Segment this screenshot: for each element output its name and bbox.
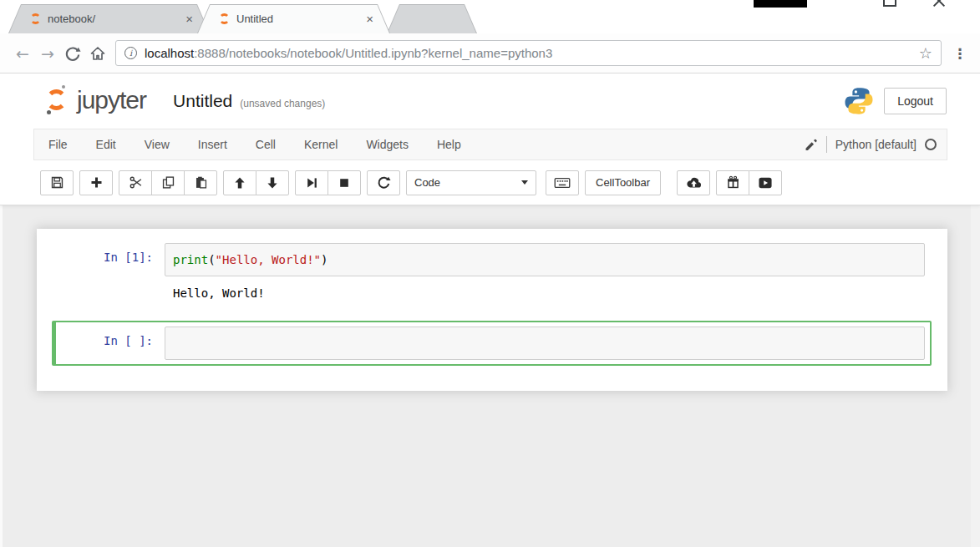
output-prompt <box>56 276 165 303</box>
back-icon[interactable]: ← <box>10 41 35 66</box>
menu-file[interactable]: File <box>34 129 82 160</box>
code-cell-2-selected[interactable]: In [ ]: <box>52 321 932 366</box>
python-logo-icon <box>844 86 874 116</box>
reload-icon[interactable] <box>60 41 85 66</box>
cell-output: Hello, World! <box>165 276 925 303</box>
url-host: localhost <box>145 46 194 60</box>
menu-kernel[interactable]: Kernel <box>290 129 352 160</box>
code-keyword: print <box>173 253 208 266</box>
code-paren: ) <box>321 253 328 266</box>
code-paren: ( <box>208 253 215 266</box>
celltoolbar-button[interactable]: CellToolbar <box>585 170 661 195</box>
menu-cell[interactable]: Cell <box>241 129 290 160</box>
save-button[interactable] <box>40 170 74 195</box>
code-input-1[interactable]: print("Hello, World!") <box>165 243 925 276</box>
autosave-status: (unsaved changes) <box>240 93 325 109</box>
browser-menu-icon[interactable]: ⋮ <box>950 45 970 62</box>
cut-cell-button[interactable] <box>119 170 152 195</box>
jupyter-favicon <box>30 13 41 24</box>
copy-cell-button[interactable] <box>151 170 185 195</box>
input-prompt: In [1]: <box>56 243 165 264</box>
home-icon[interactable] <box>85 41 110 66</box>
kernel-status-icon <box>925 139 937 150</box>
move-cell-up-button[interactable] <box>223 170 256 195</box>
tab-close-icon[interactable]: × <box>366 13 373 25</box>
edit-mode-pencil-icon <box>804 138 818 152</box>
scrollbar[interactable] <box>971 205 980 552</box>
address-bar[interactable]: i localhost:8888/notebooks/notebook/Unti… <box>115 40 942 66</box>
forward-icon[interactable]: → <box>35 41 60 66</box>
interrupt-kernel-button[interactable] <box>328 170 361 195</box>
notebook-container: In [1]: print("Hello, World!") Hello, Wo… <box>37 229 947 391</box>
chevron-down-icon <box>521 180 528 185</box>
url-text[interactable]: localhost:8888/notebooks/notebook/Untitl… <box>145 46 912 60</box>
browser-toolbar: ← → i localhost:8888/notebooks/notebook/… <box>0 33 980 73</box>
notebook-menubar: File Edit View Insert Cell Kernel Widget… <box>33 129 947 160</box>
window-maximize-icon[interactable] <box>883 0 896 7</box>
run-cell-button[interactable] <box>295 170 328 195</box>
browser-window: notebook/ × Untitled × ← → <box>0 0 980 552</box>
menu-widgets[interactable]: Widgets <box>352 129 423 160</box>
jupyter-logo-text: jupyter <box>77 88 146 114</box>
notebook-title[interactable]: Untitled <box>173 91 232 111</box>
input-prompt: In [ ]: <box>56 327 165 347</box>
paste-cell-button[interactable] <box>184 170 217 195</box>
cell-type-value: Code <box>414 176 521 189</box>
add-cell-button[interactable] <box>79 170 113 195</box>
code-string: "Hello, World!" <box>216 253 321 266</box>
jupyter-favicon <box>219 13 230 24</box>
cell-type-select[interactable]: Code <box>406 170 536 195</box>
tab-title: Untitled <box>236 13 359 25</box>
restart-kernel-button[interactable] <box>367 170 400 195</box>
menu-help[interactable]: Help <box>423 129 475 160</box>
jupyter-logo[interactable]: jupyter <box>46 88 146 114</box>
tab-title: notebook/ <box>48 13 179 25</box>
code-input-2[interactable] <box>165 327 925 360</box>
play-video-button[interactable] <box>749 170 782 195</box>
logout-button[interactable]: Logout <box>884 88 947 114</box>
page-info-icon[interactable]: i <box>124 47 137 59</box>
cloud-upload-button[interactable] <box>677 170 710 195</box>
browser-tab-untitled[interactable]: Untitled × <box>197 4 390 33</box>
move-cell-down-button[interactable] <box>256 170 289 195</box>
gift-button[interactable] <box>716 170 749 195</box>
code-cell-1[interactable]: In [1]: print("Hello, World!") Hello, Wo… <box>52 237 932 309</box>
titlebar-black-bar <box>754 0 807 8</box>
new-tab-button[interactable] <box>387 4 477 33</box>
menu-view[interactable]: View <box>130 129 184 160</box>
browser-tab-notebook[interactable]: notebook/ × <box>8 4 210 33</box>
url-path: :8888/notebooks/notebook/Untitled.ipynb?… <box>194 46 552 60</box>
window-close-icon[interactable] <box>932 0 947 8</box>
kernel-name-label[interactable]: Python [default] <box>835 138 917 151</box>
command-palette-keyboard-button[interactable] <box>546 170 579 195</box>
bookmark-star-icon[interactable]: ☆ <box>919 44 932 62</box>
menu-edit[interactable]: Edit <box>82 129 130 160</box>
menu-insert[interactable]: Insert <box>184 129 241 160</box>
jupyter-logo-icon <box>46 89 67 110</box>
browser-tab-strip: notebook/ × Untitled × <box>0 0 980 33</box>
tab-close-icon[interactable]: × <box>185 13 193 25</box>
notebook-header: jupyter Untitled (unsaved changes) Logou… <box>0 73 980 129</box>
notebook-panel: In [1]: print("Hello, World!") Hello, Wo… <box>0 205 980 552</box>
notebook-toolbar: Code CellToolbar <box>0 162 980 205</box>
